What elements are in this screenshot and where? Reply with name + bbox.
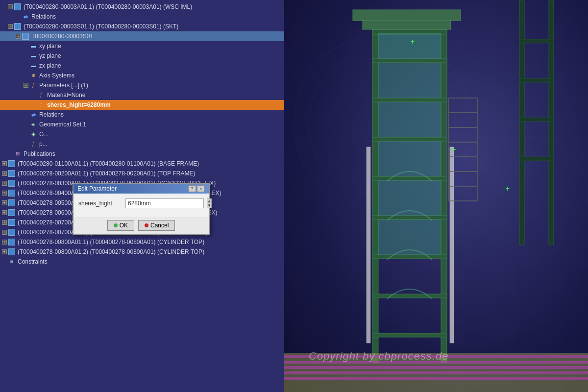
item-icon: [8, 248, 16, 256]
expand-icon[interactable]: +: [2, 249, 7, 254]
tree-item-item-11[interactable]: ƒsheres_hight=6280mm: [0, 100, 284, 110]
svg-rect-35: [549, 0, 554, 245]
expand-icon[interactable]: -: [24, 83, 28, 88]
expand-icon[interactable]: +: [2, 200, 7, 205]
item-icon: ◉: [29, 130, 37, 138]
dialog-title-buttons[interactable]: ? ×: [188, 185, 205, 192]
tree-item-item-12[interactable]: ⇌Relations: [0, 110, 284, 120]
tree-item-item-6[interactable]: ▬yz plane: [0, 51, 284, 61]
tree-item-constraints[interactable]: ≡ Constraints: [0, 257, 284, 267]
expand-icon[interactable]: +: [2, 240, 7, 245]
item-label: Parameters [...] (1): [39, 81, 88, 90]
svg-rect-9: [372, 176, 447, 180]
expand-icon[interactable]: +: [2, 220, 7, 225]
expand-icon[interactable]: +: [2, 181, 7, 186]
cancel-dot-icon: [145, 223, 148, 227]
item-icon: ƒ: [29, 81, 37, 89]
svg-rect-44: [284, 361, 588, 364]
svg-rect-3: [372, 29, 378, 363]
dialog-title-label: Edit Parameter: [77, 185, 117, 192]
tree-item-item-25[interactable]: +(T000400278-00800A01.1) (T000400278-008…: [0, 237, 284, 247]
expand-icon[interactable]: -: [8, 24, 13, 29]
tree-item-item-5[interactable]: ▬xy plane: [0, 41, 284, 51]
item-label: (T000400278-00800A01.1) (T000400278-0080…: [18, 238, 204, 246]
svg-rect-34: [519, 0, 524, 245]
item-label: xy plane: [39, 42, 61, 50]
svg-rect-21: [450, 147, 454, 343]
item-icon: [8, 209, 16, 217]
expand-icon[interactable]: -: [16, 34, 21, 39]
svg-rect-47: [284, 377, 588, 380]
item-icon: [8, 219, 16, 226]
svg-rect-20: [367, 147, 370, 343]
item-label: Relations: [31, 12, 56, 21]
tree-item-item-13[interactable]: ◈Geometrical Set.1: [0, 120, 284, 129]
tree-item-item-18[interactable]: +(T000400278-00200A01.1) (T000400278-002…: [0, 169, 284, 178]
ok-dot-icon: [114, 223, 118, 227]
svg-rect-11: [372, 255, 447, 259]
expand-icon[interactable]: +: [2, 230, 7, 235]
svg-rect-13: [372, 333, 447, 337]
dialog-action-buttons: OK Cancel: [74, 217, 209, 234]
svg-rect-12: [372, 294, 447, 298]
tree-item-item-4[interactable]: -T000400280-00003S01: [0, 31, 284, 41]
tree-item-item-17[interactable]: +(T000400280-01100A01.1) (T000400280-011…: [0, 159, 284, 169]
param-value-input[interactable]: [125, 198, 204, 208]
dialog-title-bar[interactable]: Edit Parameter ? ×: [74, 184, 209, 194]
dialog-help-button[interactable]: ?: [188, 185, 196, 192]
svg-rect-46: [284, 371, 588, 374]
param-name-label: sheres_hight: [78, 200, 122, 207]
item-label: (T000400280-00003A01.1) (T000400280-0000…: [24, 2, 192, 11]
svg-rect-15: [378, 63, 441, 98]
tree-item-item-10[interactable]: ƒMaterial=None: [0, 90, 284, 100]
ok-button[interactable]: OK: [107, 220, 134, 231]
expand-icon[interactable]: -: [8, 4, 13, 9]
item-label: Axis Systems: [39, 71, 74, 80]
item-label: (T000400280-00003S01.1) (T000400280-0000…: [24, 22, 178, 31]
3d-viewport: + + + Copyright by cbprocess.de: [284, 0, 588, 392]
tree-item-item-9[interactable]: -ƒParameters [...] (1): [0, 80, 284, 90]
expand-icon[interactable]: +: [2, 210, 7, 215]
tree-item-item-2[interactable]: ⇌Relations: [0, 12, 284, 22]
spinner-control[interactable]: ▲ ▼: [207, 198, 212, 208]
item-icon: ƒ: [37, 91, 45, 99]
item-label: Geometrical Set.1: [39, 120, 86, 129]
tree-item-item-15[interactable]: ƒp...: [0, 139, 284, 149]
expand-icon[interactable]: +: [2, 171, 7, 176]
item-label: Relations: [39, 110, 64, 119]
item-icon: [8, 199, 16, 207]
item-icon: ▬: [29, 52, 37, 60]
item-icon: ⊕: [29, 72, 37, 79]
svg-text:+: +: [411, 38, 415, 46]
item-icon: ⇌: [29, 111, 37, 119]
tree-item-item-3[interactable]: -(T000400280-00003S01.1) (T000400280-000…: [0, 22, 284, 31]
item-icon: [14, 23, 22, 30]
item-icon: [22, 32, 29, 40]
tree-item-item-14[interactable]: ◉G...: [0, 129, 284, 139]
svg-rect-23: [353, 10, 461, 21]
tree-item-item-8[interactable]: ⊕Axis Systems: [0, 71, 284, 80]
item-label: (T000400278-00200A01.1) (T000400278-0020…: [18, 169, 195, 178]
svg-rect-37: [519, 78, 554, 82]
item-label: yz plane: [39, 51, 61, 60]
tree-item-item-16[interactable]: ⊞Publications: [0, 149, 284, 159]
item-icon: ƒ: [29, 140, 37, 148]
svg-rect-16: [378, 102, 441, 137]
tree-item-item-26[interactable]: +(T000400278-00800A01.2) (T000400278-008…: [0, 247, 284, 257]
item-icon: [8, 170, 16, 177]
tree-item-item-7[interactable]: ▬zx plane: [0, 61, 284, 71]
cancel-button[interactable]: Cancel: [138, 220, 175, 231]
edit-parameter-dialog: Edit Parameter ? × sheres_hight ▲ ▼ OK C…: [73, 183, 210, 235]
expand-icon[interactable]: +: [2, 161, 7, 166]
item-label: T000400280-00003S01: [31, 32, 93, 41]
cancel-label: Cancel: [150, 222, 169, 229]
expand-icon[interactable]: +: [2, 191, 7, 196]
constraints-label: Constraints: [18, 257, 48, 266]
svg-rect-38: [519, 118, 554, 122]
svg-text:+: +: [506, 185, 510, 193]
ok-label: OK: [120, 222, 128, 229]
dialog-close-button[interactable]: ×: [197, 185, 205, 192]
tree-item-item-1[interactable]: -(T000400280-00003A01.1) (T000400280-000…: [0, 2, 284, 12]
item-icon: [8, 179, 16, 187]
svg-rect-22: [363, 20, 451, 29]
